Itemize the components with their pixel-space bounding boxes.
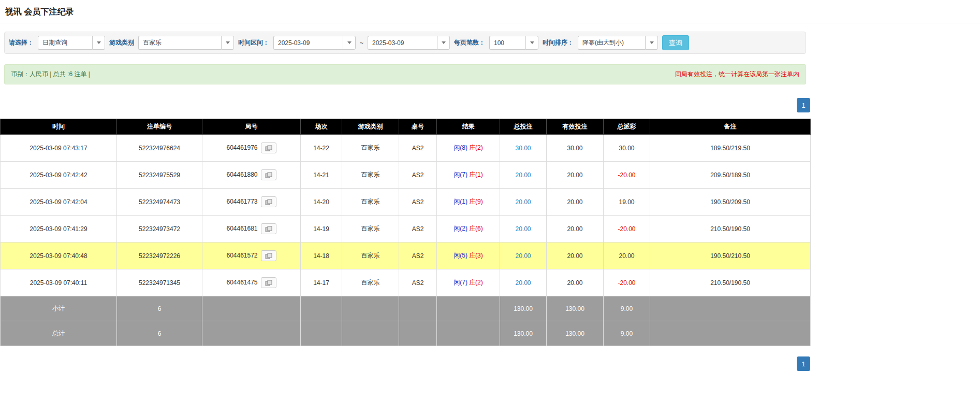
col-session: 场次 — [301, 119, 342, 135]
game-type-value[interactable]: 百家乐 — [138, 36, 221, 50]
subtotal-label: 小计 — [1, 296, 117, 321]
cell-note: 209.50/189.50 — [650, 162, 811, 189]
cell-game: 百家乐 — [342, 135, 399, 162]
cell-result: 闲(8)庄(2) — [437, 135, 500, 162]
total-bet-link[interactable]: 30.00 — [515, 145, 531, 152]
round-video-button[interactable] — [261, 250, 276, 261]
total-label: 总计 — [1, 321, 117, 346]
empty-cell — [301, 296, 342, 321]
result-player: 闲(8) — [454, 144, 467, 151]
sort-select[interactable]: 降幂(由大到小) — [578, 36, 658, 50]
per-page-value[interactable]: 100 — [489, 36, 525, 50]
cell-valid-bet: 20.00 — [547, 242, 604, 269]
cell-total-bet: 20.00 — [500, 242, 547, 269]
date-from-select[interactable]: 2025-03-09 — [273, 36, 356, 50]
cell-result: 闲(1)庄(9) — [437, 189, 500, 216]
game-type-select[interactable]: 百家乐 — [138, 36, 234, 50]
cards-icon — [265, 172, 272, 178]
sort-value[interactable]: 降幂(由大到小) — [578, 36, 645, 50]
cell-note: 210.50/190.50 — [650, 269, 811, 296]
total-bet-link[interactable]: 20.00 — [515, 279, 531, 287]
result-player: 闲(7) — [454, 279, 467, 286]
total-count: 6 — [117, 321, 202, 346]
total-bet-link[interactable]: 20.00 — [515, 252, 531, 260]
cell-bet-id: 522324976624 — [117, 135, 202, 162]
empty-cell — [650, 296, 811, 321]
round-video-button[interactable] — [261, 223, 276, 234]
cards-icon — [265, 145, 272, 151]
date-from-value[interactable]: 2025-03-09 — [273, 36, 343, 50]
total-bet-link[interactable]: 20.00 — [515, 198, 531, 206]
chevron-down-icon — [442, 41, 446, 44]
cell-session: 14-21 — [301, 162, 342, 189]
cell-time: 2025-03-09 07:40:48 — [1, 242, 117, 269]
cell-table-no: AS2 — [399, 242, 437, 269]
cell-valid-bet: 20.00 — [547, 189, 604, 216]
cell-game: 百家乐 — [342, 242, 399, 269]
empty-cell — [650, 321, 811, 346]
dropdown-caret[interactable] — [645, 36, 658, 50]
round-video-button[interactable] — [261, 277, 276, 288]
chevron-down-icon — [347, 41, 352, 44]
total-bet-link[interactable]: 20.00 — [515, 225, 531, 233]
page-1-button[interactable]: 1 — [797, 98, 810, 112]
cell-note: 189.50/219.50 — [650, 135, 811, 162]
pagination-bottom: 1 — [0, 356, 810, 371]
dropdown-caret[interactable] — [343, 36, 356, 50]
cell-round-id: 604461475 — [202, 269, 301, 296]
cell-table-no: AS2 — [399, 162, 437, 189]
result-banker: 庄(1) — [469, 171, 483, 178]
page-title: 视讯 会员下注纪录 — [5, 7, 975, 18]
cell-result: 闲(7)庄(2) — [437, 269, 500, 296]
total-bet-link[interactable]: 20.00 — [515, 172, 531, 179]
result-banker: 庄(9) — [469, 198, 483, 205]
dropdown-caret[interactable] — [525, 36, 538, 50]
date-to-select[interactable]: 2025-03-09 — [368, 36, 450, 50]
col-table-no: 桌号 — [399, 119, 437, 135]
date-range-separator: ~ — [360, 39, 363, 47]
cell-session: 14-17 — [301, 269, 342, 296]
chevron-down-icon — [530, 41, 534, 44]
result-player: 闲(2) — [454, 225, 467, 232]
round-video-button[interactable] — [261, 169, 276, 180]
game-type-label: 游戏类别 — [109, 38, 134, 47]
date-mode-select[interactable]: 日期查询 — [38, 36, 105, 50]
table-row: 2025-03-09 07:40:11 522324971345 6044614… — [1, 269, 811, 296]
dropdown-caret[interactable] — [221, 36, 234, 50]
cell-session: 14-22 — [301, 135, 342, 162]
time-range-label: 时间区间： — [238, 38, 269, 47]
cell-bet-id: 522324973472 — [117, 216, 202, 242]
cell-valid-bet: 20.00 — [547, 269, 604, 296]
empty-cell — [202, 321, 301, 346]
cell-valid-bet: 30.00 — [547, 135, 604, 162]
result-banker: 庄(3) — [469, 252, 483, 259]
round-video-button[interactable] — [261, 196, 276, 207]
empty-cell — [399, 296, 437, 321]
cell-time: 2025-03-09 07:43:17 — [1, 135, 117, 162]
search-button[interactable]: 查询 — [662, 35, 689, 50]
cell-note: 210.50/190.50 — [650, 216, 811, 242]
cell-time: 2025-03-09 07:42:42 — [1, 162, 117, 189]
date-mode-value[interactable]: 日期查询 — [38, 36, 92, 50]
dropdown-caret[interactable] — [92, 36, 105, 50]
table-row: 2025-03-09 07:42:42 522324975529 6044618… — [1, 162, 811, 189]
result-player: 闲(7) — [454, 171, 467, 178]
round-id: 604461681 — [226, 225, 257, 232]
result-banker: 庄(2) — [469, 144, 483, 151]
bet-records-table: 时间 注单编号 局号 场次 游戏类别 桌号 结果 总投注 有效投注 总派彩 备注… — [0, 119, 811, 346]
cell-round-id: 604461681 — [202, 216, 301, 242]
dropdown-caret[interactable] — [437, 36, 450, 50]
cell-payout: 20.00 — [604, 242, 650, 269]
cell-note: 190.50/210.50 — [650, 242, 811, 269]
cards-icon — [265, 226, 272, 232]
cell-table-no: AS2 — [399, 135, 437, 162]
chevron-down-icon — [97, 41, 101, 44]
cards-icon — [265, 253, 272, 259]
date-to-value[interactable]: 2025-03-09 — [368, 36, 437, 50]
per-page-select[interactable]: 100 — [489, 36, 538, 50]
cell-result: 闲(2)庄(6) — [437, 216, 500, 242]
round-video-button[interactable] — [261, 142, 276, 153]
cell-bet-id: 522324975529 — [117, 162, 202, 189]
cell-round-id: 604461976 — [202, 135, 301, 162]
page-1-button[interactable]: 1 — [797, 356, 810, 371]
